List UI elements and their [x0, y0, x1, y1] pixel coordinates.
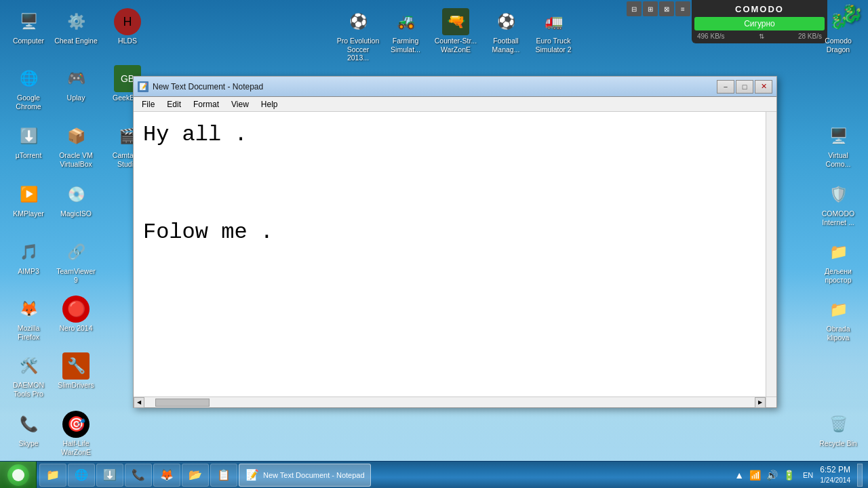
- taskbar-item-folder1[interactable]: 📂: [182, 464, 209, 487]
- cheat-engine-icon: ⚙️: [62, 8, 90, 35]
- comodo-ctrl-btn-4[interactable]: ≡: [675, 1, 690, 16]
- computer-label: Computer: [13, 37, 44, 45]
- desktop-icon-kmplayer[interactable]: ▶️ KMPlayer: [4, 178, 53, 221]
- notepad-titlebar: 📝 New Text Document - Notepad − □ ✕: [134, 77, 776, 97]
- desktop-icon-computer[interactable]: 🖥️ Computer: [4, 5, 53, 48]
- virtual-como-label: Virtual Como...: [816, 151, 860, 168]
- desktop-icon-eurotruck[interactable]: 🚛 Euro Truck Simulator 2: [529, 5, 578, 56]
- notepad-textarea[interactable]: Hy all . Folow me .: [134, 112, 766, 396]
- comodo-ctrl-btn-3[interactable]: ⊠: [659, 1, 674, 16]
- desktop-icon-virtual-como[interactable]: 🖥️ Virtual Como...: [814, 120, 863, 171]
- desktop-icon-farming[interactable]: 🚜 Farming Simulat...: [381, 5, 430, 56]
- hlds-label: HLDS: [118, 37, 137, 45]
- google-chrome-icon: 🌐: [15, 65, 42, 92]
- desktop-icon-magiciso[interactable]: 💿 MagicISO: [52, 178, 100, 221]
- clock-time: 6:52 PM: [820, 464, 850, 476]
- comodo-stats: 496 KB/s ⇅ 28 KB/s: [694, 32, 825, 41]
- magiciso-label: MagicISO: [60, 209, 92, 218]
- desktop-icon-nero[interactable]: 🔴 Nero 2014: [52, 293, 100, 336]
- start-button[interactable]: [0, 462, 37, 489]
- comodo-title: COMODO: [694, 3, 825, 16]
- desktop-icon-google-chrome[interactable]: 🌐 Google Chrome: [4, 62, 53, 113]
- recycle-label: Recycle Bin: [819, 439, 856, 448]
- taskbar-item-explorer[interactable]: 📁: [39, 464, 66, 487]
- tray-network-icon[interactable]: 📶: [748, 468, 762, 482]
- desktop-icon-football[interactable]: ⚽ Football Manag...: [481, 5, 530, 56]
- comodo-controls: ⊟ ⊞ ⊠ ≡: [627, 1, 690, 16]
- notepad-menu-edit[interactable]: Edit: [161, 98, 186, 110]
- desktop-icon-cs-warzone[interactable]: 🔫 Counter-Str... WarZonE: [431, 5, 480, 56]
- tray-volume-icon[interactable]: 🔊: [765, 468, 779, 482]
- taskbar-notepad-icon: 📝: [245, 468, 260, 483]
- taskbar-item-notepad[interactable]: 📝 New Text Document - Notepad: [239, 464, 371, 487]
- taskbar-item-chrome[interactable]: 🌐: [68, 464, 95, 487]
- desktop-icon-slimdrivers[interactable]: 🔧 SlimDrivers: [52, 350, 100, 392]
- taskbar-item-folder2[interactable]: 📋: [210, 464, 237, 487]
- scroll-right-arrow[interactable]: ▶: [755, 397, 766, 408]
- desktop-icon-hlds[interactable]: H HLDS: [103, 5, 152, 48]
- slimdrivers-icon: 🔧: [62, 352, 90, 380]
- tray-battery-icon[interactable]: 🔋: [782, 468, 796, 482]
- obrada-icon: 📁: [825, 296, 852, 323]
- notepad-menu-format[interactable]: Format: [188, 98, 224, 110]
- comodo-ctrl-btn-1[interactable]: ⊟: [627, 1, 642, 16]
- notepad-app-icon: 📝: [138, 81, 149, 92]
- skype-icon: 📞: [15, 411, 42, 438]
- taskbar-utorrent-icon: ⬇️: [102, 468, 117, 483]
- notepad-menu-view[interactable]: View: [226, 98, 254, 110]
- desktop-icon-virtualbox[interactable]: 📦 Oracle VM VirtualBox: [52, 120, 100, 171]
- taskbar-item-skype[interactable]: 📞: [125, 464, 152, 487]
- notepad-maximize-button[interactable]: □: [736, 80, 753, 94]
- desktop-icon-daemon[interactable]: 🛠️ DAEMON Tools Pro: [4, 350, 53, 401]
- computer-icon: 🖥️: [15, 8, 42, 35]
- comodo-ctrl-btn-2[interactable]: ⊞: [643, 1, 658, 16]
- desktop-icon-teamviewer[interactable]: 🔗 TeamViewer 9: [52, 236, 100, 287]
- aimp3-label: AIMP3: [18, 267, 39, 276]
- desktop-icon-mozilla[interactable]: 🦊 Mozilla Firefox: [4, 293, 53, 344]
- deljeni-label: Дељени простор: [816, 267, 860, 284]
- notepad-close-button[interactable]: ✕: [755, 80, 772, 94]
- desktop-icon-recycle[interactable]: 🗑️ Recycle Bin: [814, 408, 863, 451]
- desktop-icon-aimp3[interactable]: 🎵 AIMP3: [4, 236, 53, 279]
- notepad-bottom-bar: ◀ ▶: [134, 396, 776, 407]
- farming-icon: 🚜: [392, 8, 419, 35]
- start-orb-inner: [12, 469, 24, 481]
- scroll-thumb[interactable]: [155, 399, 210, 407]
- virtualbox-icon: 📦: [62, 123, 90, 150]
- notepad-titlebar-left: 📝 New Text Document - Notepad: [138, 81, 263, 92]
- desktop-icon-comodo-dragon[interactable]: 🐉 Comodo Dragon: [814, 5, 863, 56]
- tray-up-arrow-icon[interactable]: ▲: [733, 468, 745, 482]
- notepad-menu-file[interactable]: File: [136, 98, 160, 110]
- google-chrome-label: Google Chrome: [7, 94, 50, 110]
- comodo-stat-left: 496 KB/s: [697, 33, 725, 40]
- notepad-minimize-button[interactable]: −: [717, 80, 734, 94]
- desktop-icon-halflife[interactable]: 🎯 Half-Life WarZonE: [52, 408, 100, 459]
- utorrent-icon: ⬇️: [15, 123, 42, 150]
- notepad-scrollbar-vertical[interactable]: [766, 112, 776, 396]
- desktop-icon-deljeni[interactable]: 📁 Дељени простор: [814, 236, 863, 287]
- scroll-track: [155, 398, 744, 407]
- hlds-icon: H: [114, 8, 141, 35]
- taskbar-item-utorrent[interactable]: ⬇️: [96, 464, 123, 487]
- uplay-label: Uplay: [67, 94, 85, 102]
- taskbar-item-firefox[interactable]: 🦊: [153, 464, 180, 487]
- language-button[interactable]: EN: [800, 470, 816, 481]
- start-orb: [7, 464, 29, 486]
- desktop-icon-comodo-internet[interactable]: 🛡️ COMODO Internet ...: [814, 178, 863, 229]
- notepad-content-area: Hy all . Folow me .: [134, 112, 776, 396]
- system-clock[interactable]: 6:52 PM 1/24/2014: [820, 464, 850, 485]
- halflife-label: Half-Life WarZonE: [54, 439, 98, 456]
- show-desktop-button[interactable]: [857, 464, 863, 487]
- comodo-secure-button[interactable]: Сигурно: [694, 17, 825, 30]
- desktop-icon-cheat-engine[interactable]: ⚙️ Cheat Engine: [52, 5, 100, 48]
- scroll-left-arrow[interactable]: ◀: [134, 397, 144, 408]
- desktop-icon-utorrent[interactable]: ⬇️ µTorrent: [4, 120, 53, 163]
- desktop-icon-pes2013[interactable]: ⚽ Pro Evolution Soccer 2013...: [334, 5, 382, 65]
- taskbar-chrome-icon: 🌐: [74, 468, 89, 483]
- desktop-icon-skype[interactable]: 📞 Skype: [4, 408, 53, 451]
- desktop-icon-obrada[interactable]: 📁 Obrada klipova: [814, 293, 863, 344]
- skype-label: Skype: [18, 439, 38, 448]
- notepad-menu-help[interactable]: Help: [256, 98, 283, 110]
- notepad-scrollbar-horizontal[interactable]: ◀ ▶: [134, 396, 766, 407]
- desktop-icon-uplay[interactable]: 🎮 Uplay: [52, 62, 100, 105]
